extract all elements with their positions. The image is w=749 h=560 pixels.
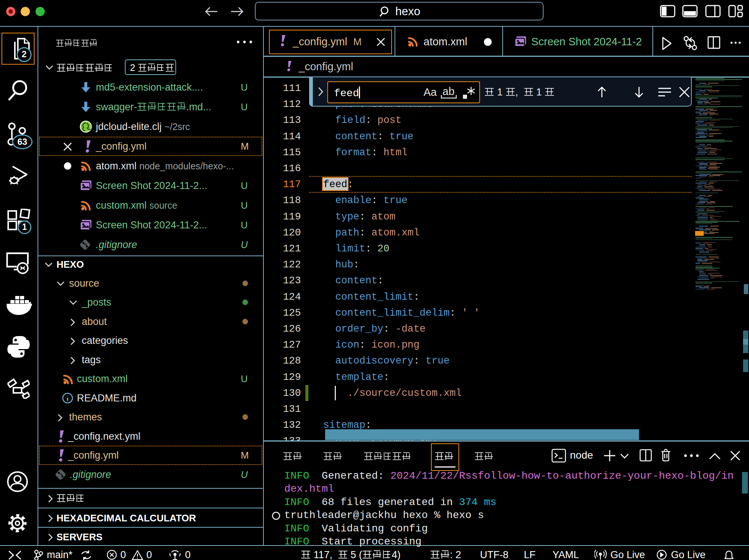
svg-text:2: 2: [22, 49, 26, 59]
svg-text:1: 1: [22, 222, 27, 232]
svg-text:63: 63: [17, 137, 27, 147]
